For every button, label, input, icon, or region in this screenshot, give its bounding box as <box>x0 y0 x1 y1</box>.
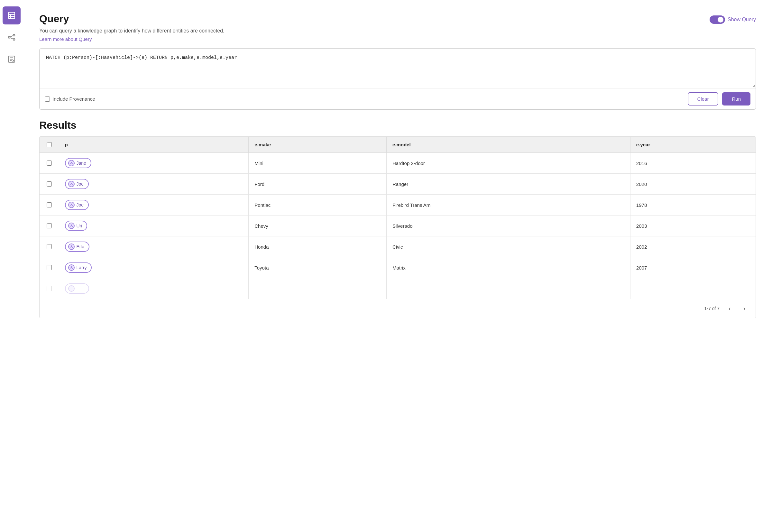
table-row: Joe PontiacFirebird Trans Am1978 <box>40 195 756 216</box>
cell-partial-p <box>59 278 249 299</box>
cell-emodel: Hardtop 2-door <box>386 153 630 174</box>
row-checkbox-cell <box>40 236 59 257</box>
pagination-label: 1-7 of 7 <box>704 306 720 311</box>
entity-pill[interactable]: Larry <box>65 262 92 273</box>
query-header-left: Query You can query a knowledge graph to… <box>39 13 710 48</box>
row-checkbox[interactable] <box>45 244 53 249</box>
clear-button[interactable]: Clear <box>688 92 719 105</box>
entity-name: Larry <box>77 265 87 270</box>
svg-point-4 <box>8 36 10 38</box>
svg-marker-13 <box>12 60 14 62</box>
query-header-row: Query You can query a knowledge graph to… <box>39 13 756 48</box>
row-select-checkbox[interactable] <box>47 244 52 249</box>
cell-eyear: 2020 <box>630 174 756 195</box>
cell-emake: Honda <box>249 236 387 257</box>
sidebar-item-table[interactable] <box>3 6 21 24</box>
row-checkbox[interactable] <box>45 202 53 207</box>
cell-emodel: Firebird Trans Am <box>386 195 630 216</box>
row-select-checkbox[interactable] <box>47 265 52 270</box>
cell-p: Etta <box>59 236 249 257</box>
entity-pill-icon <box>68 264 75 271</box>
row-checkbox-cell <box>40 216 59 236</box>
toggle-slider <box>710 15 725 24</box>
row-checkbox-cell <box>40 174 59 195</box>
cell-p: Joe <box>59 174 249 195</box>
row-checkbox-cell <box>40 153 59 174</box>
show-query-toggle[interactable]: Show Query <box>710 15 756 24</box>
header-checkbox[interactable] <box>45 142 53 147</box>
entity-pill-icon <box>68 160 75 166</box>
cell-eyear: 2002 <box>630 236 756 257</box>
cell-emake: Mini <box>249 153 387 174</box>
row-select-checkbox[interactable] <box>47 202 52 207</box>
cell-p: Larry <box>59 257 249 278</box>
svg-point-5 <box>13 34 14 36</box>
cell-p: Uri <box>59 216 249 236</box>
run-button[interactable]: Run <box>722 92 750 105</box>
row-checkbox-cell <box>40 257 59 278</box>
row-select-checkbox[interactable] <box>47 223 52 228</box>
sidebar <box>0 0 23 532</box>
cell-emake: Chevy <box>249 216 387 236</box>
select-all-checkbox[interactable] <box>47 142 52 147</box>
header-eyear: e.year <box>630 137 756 153</box>
query-header-right: Show Query <box>710 13 756 24</box>
cell-partial-model <box>386 278 630 299</box>
results-table-wrapper: p e.make e.model e.year Jane MiniHardto <box>39 136 756 318</box>
cell-emake: Ford <box>249 174 387 195</box>
entity-name: Jane <box>77 161 86 166</box>
entity-pill[interactable]: Jane <box>65 158 91 168</box>
cell-emodel: Silverado <box>386 216 630 236</box>
sidebar-item-graph[interactable] <box>3 28 21 46</box>
toggle-switch[interactable] <box>710 15 725 24</box>
cell-eyear: 1978 <box>630 195 756 216</box>
row-select-checkbox[interactable] <box>47 181 52 187</box>
entity-pill-icon <box>68 243 75 250</box>
cell-emodel: Civic <box>386 236 630 257</box>
learn-more-link[interactable]: Learn more about Query <box>39 36 92 42</box>
query-box: MATCH (p:Person)-[:HasVehicle]->(e) RETU… <box>39 48 756 110</box>
show-query-label: Show Query <box>728 17 756 23</box>
table-row: Larry ToyotaMatrix2007 <box>40 257 756 278</box>
table-row: Uri ChevySilverado2003 <box>40 216 756 236</box>
entity-name: Joe <box>77 202 84 207</box>
table-row: Jane MiniHardtop 2-door2016 <box>40 153 756 174</box>
pagination-next-button[interactable]: › <box>740 304 749 313</box>
include-provenance-label[interactable]: Include Provenance <box>45 96 95 102</box>
entity-name: Joe <box>77 181 84 187</box>
cell-emake: Toyota <box>249 257 387 278</box>
header-p: p <box>59 137 249 153</box>
query-actions: Clear Run <box>688 92 750 105</box>
entity-name: Uri <box>77 223 82 228</box>
cell-p: Joe <box>59 195 249 216</box>
row-select-checkbox[interactable] <box>47 161 52 166</box>
svg-line-7 <box>10 36 13 37</box>
entity-pill[interactable]: Joe <box>65 179 89 189</box>
entity-pill[interactable]: Uri <box>65 221 87 231</box>
sidebar-item-edit[interactable] <box>3 50 21 68</box>
table-row: Joe FordRanger2020 <box>40 174 756 195</box>
table-row-partial <box>40 278 756 299</box>
entity-pill[interactable]: Joe <box>65 200 89 210</box>
query-description: You can query a knowledge graph to ident… <box>39 28 710 34</box>
pagination-prev-button[interactable]: ‹ <box>725 304 734 313</box>
row-checkbox[interactable] <box>45 161 53 166</box>
cell-partial-checkbox <box>40 278 59 299</box>
entity-pill-icon <box>68 202 75 208</box>
svg-line-8 <box>10 38 13 39</box>
cell-eyear: 2003 <box>630 216 756 236</box>
app-layout: Query You can query a knowledge graph to… <box>0 0 772 532</box>
entity-pill-icon <box>68 181 75 187</box>
cell-emake: Pontiac <box>249 195 387 216</box>
include-provenance-checkbox[interactable] <box>45 96 50 102</box>
main-content: Query You can query a knowledge graph to… <box>23 0 772 532</box>
include-provenance-text: Include Provenance <box>52 96 95 102</box>
svg-point-6 <box>13 39 14 40</box>
entity-pill[interactable]: Etta <box>65 242 90 252</box>
row-checkbox[interactable] <box>45 223 53 228</box>
entity-name: Etta <box>77 244 85 249</box>
row-checkbox[interactable] <box>45 265 53 270</box>
query-textarea[interactable]: MATCH (p:Person)-[:HasVehicle]->(e) RETU… <box>40 49 756 87</box>
table-footer: 1-7 of 7 ‹ › <box>40 299 756 318</box>
row-checkbox[interactable] <box>45 181 53 187</box>
